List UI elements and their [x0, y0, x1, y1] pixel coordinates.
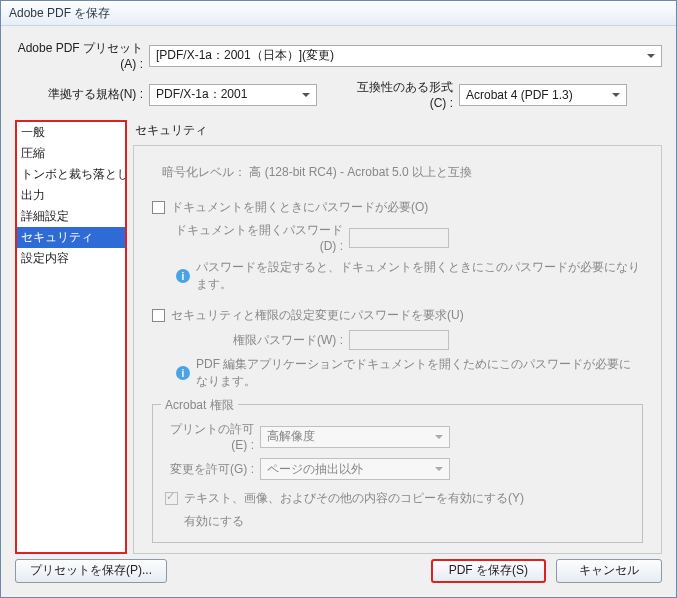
preset-value: [PDF/X-1a：2001（日本）](変更) — [156, 47, 334, 64]
info-icon: i — [176, 269, 190, 283]
window-title: Adobe PDF を保存 — [9, 5, 110, 22]
changes-allow-value: ページの抽出以外 — [267, 461, 363, 478]
save-pdf-label: PDF を保存(S) — [449, 562, 528, 579]
open-pw-input — [349, 228, 449, 248]
open-pw-field-row: ドキュメントを開くパスワード(D) : — [174, 222, 643, 253]
perm-pw-field-row: 権限パスワード(W) : — [174, 330, 643, 350]
sidebar-item-output[interactable]: 出力 — [17, 185, 125, 206]
standard-value: PDF/X-1a：2001 — [156, 86, 247, 103]
titlebar: Adobe PDF を保存 — [1, 1, 676, 26]
preset-select[interactable]: [PDF/X-1a：2001（日本）](変更) — [149, 45, 662, 67]
save-pdf-button[interactable]: PDF を保存(S) — [431, 559, 546, 583]
print-allow-value: 高解像度 — [267, 428, 315, 445]
sidebar-item-marks[interactable]: トンボと裁ち落とし — [17, 164, 125, 185]
open-pw-info-text: パスワードを設定すると、ドキュメントを開くときにこのパスワードが必要になります。 — [196, 259, 643, 293]
compat-label: 互換性のある形式(C) : — [345, 79, 459, 110]
print-allow-row: プリントの許可(E) : 高解像度 — [165, 421, 630, 452]
changes-allow-row: 変更を許可(G) : ページの抽出以外 — [165, 458, 630, 480]
acrobat-permissions: Acrobat 権限 プリントの許可(E) : 高解像度 変更を許可(G) : … — [152, 404, 643, 543]
perm-pw-input — [349, 330, 449, 350]
content: Adobe PDF プリセット(A) : [PDF/X-1a：2001（日本）]… — [1, 26, 676, 554]
changes-allow-select: ページの抽出以外 — [260, 458, 450, 480]
standard-select[interactable]: PDF/X-1a：2001 — [149, 84, 317, 106]
open-pw-info: i パスワードを設定すると、ドキュメントを開くときにこのパスワードが必要になりま… — [176, 259, 643, 293]
compat-select[interactable]: Acrobat 4 (PDF 1.3) — [459, 84, 627, 106]
cancel-label: キャンセル — [579, 562, 639, 579]
perm-pw-info: i PDF 編集アプリケーションでドキュメントを開くためにこのパスワードが必要に… — [176, 356, 643, 390]
sidebar-item-security[interactable]: セキュリティ — [17, 227, 125, 248]
sidebar: 一般 圧縮 トンボと裁ち落とし 出力 詳細設定 セキュリティ 設定内容 — [15, 120, 127, 554]
sidebar-item-summary[interactable]: 設定内容 — [17, 248, 125, 269]
open-pw-label: ドキュメントを開くパスワード(D) : — [174, 222, 349, 253]
save-preset-button[interactable]: プリセットを保存(P)... — [15, 559, 167, 583]
standard-label: 準拠する規格(N) : — [15, 86, 149, 103]
save-preset-label: プリセットを保存(P)... — [30, 562, 152, 579]
panel-body: 暗号化レベル： 高 (128-bit RC4) - Acrobat 5.0 以上… — [133, 145, 662, 554]
save-pdf-dialog: Adobe PDF を保存 Adobe PDF プリセット(A) : [PDF/… — [0, 0, 677, 598]
open-pw-check-row: ドキュメントを開くときにパスワードが必要(O) — [152, 199, 643, 216]
sidebar-item-advanced[interactable]: 詳細設定 — [17, 206, 125, 227]
perm-pw-check-row: セキュリティと権限の設定変更にパスワードを要求(U) — [152, 307, 643, 324]
cancel-button[interactable]: キャンセル — [556, 559, 662, 583]
compat-value: Acrobat 4 (PDF 1.3) — [466, 88, 573, 102]
preset-label: Adobe PDF プリセット(A) : — [15, 40, 149, 71]
perm-pw-info-text: PDF 編集アプリケーションでドキュメントを開くためにこのパスワードが必要になり… — [196, 356, 643, 390]
footer: プリセットを保存(P)... PDF を保存(S) キャンセル — [1, 554, 676, 597]
sidebar-item-compression[interactable]: 圧縮 — [17, 143, 125, 164]
changes-allow-label: 変更を許可(G) : — [165, 461, 260, 478]
main-area: 一般 圧縮 トンボと裁ち落とし 出力 詳細設定 セキュリティ 設定内容 セキュリ… — [15, 120, 662, 554]
perm-pw-label: 権限パスワード(W) : — [174, 332, 349, 349]
open-pw-checkbox[interactable] — [152, 201, 165, 214]
standard-row: 準拠する規格(N) : PDF/X-1a：2001 互換性のある形式(C) : … — [15, 79, 662, 110]
copy-checkbox — [165, 492, 178, 505]
sidebar-item-general[interactable]: 一般 — [17, 122, 125, 143]
preset-row: Adobe PDF プリセット(A) : [PDF/X-1a：2001（日本）]… — [15, 40, 662, 71]
encryption-level: 暗号化レベル： 高 (128-bit RC4) - Acrobat 5.0 以上… — [162, 164, 643, 181]
copy-sub-label: 有効にする — [184, 513, 630, 530]
copy-check-label: テキスト、画像、およびその他の内容のコピーを有効にする(Y) — [184, 490, 524, 507]
info-icon: i — [176, 366, 190, 380]
open-pw-check-label: ドキュメントを開くときにパスワードが必要(O) — [171, 199, 428, 216]
perm-pw-check-label: セキュリティと権限の設定変更にパスワードを要求(U) — [171, 307, 464, 324]
acrobat-legend: Acrobat 権限 — [161, 397, 238, 414]
copy-check-row: テキスト、画像、およびその他の内容のコピーを有効にする(Y) — [165, 490, 630, 507]
panel-heading: セキュリティ — [133, 120, 662, 145]
perm-pw-checkbox[interactable] — [152, 309, 165, 322]
print-allow-label: プリントの許可(E) : — [165, 421, 260, 452]
panel: セキュリティ 暗号化レベル： 高 (128-bit RC4) - Acrobat… — [133, 120, 662, 554]
print-allow-select: 高解像度 — [260, 426, 450, 448]
